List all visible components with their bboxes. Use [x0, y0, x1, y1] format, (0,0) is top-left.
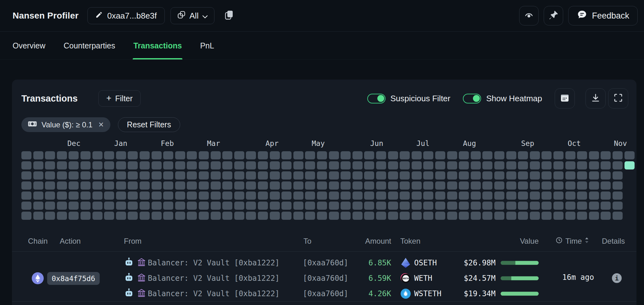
heatmap-cell[interactable] [482, 181, 492, 190]
heatmap-cell[interactable] [364, 202, 374, 210]
heatmap-cell[interactable] [317, 151, 327, 159]
heatmap-cell[interactable] [211, 171, 221, 180]
heatmap-cell[interactable] [317, 171, 327, 180]
heatmap-cell[interactable] [447, 212, 457, 220]
heatmap-cell[interactable] [45, 202, 55, 210]
heatmap-cell[interactable] [258, 191, 268, 200]
heatmap-cell[interactable] [341, 151, 351, 159]
heatmap-cell[interactable] [92, 212, 103, 220]
heatmap-cell[interactable] [341, 191, 351, 200]
heatmap-cell[interactable] [140, 191, 150, 200]
heatmap-cell[interactable] [613, 161, 623, 169]
heatmap-cell[interactable] [234, 212, 244, 220]
heatmap-cell[interactable] [364, 191, 374, 200]
heatmap-cell[interactable] [45, 161, 55, 169]
heatmap-cell[interactable] [471, 212, 481, 220]
heatmap-cell[interactable] [222, 181, 232, 190]
heatmap-cell[interactable] [33, 151, 43, 159]
heatmap-cell[interactable] [577, 202, 587, 210]
tab-pnl[interactable]: PnL [200, 32, 214, 59]
heatmap-cell[interactable] [80, 202, 91, 210]
heatmap-cell[interactable] [57, 202, 67, 210]
heatmap-cell[interactable] [69, 151, 79, 159]
from-address[interactable]: Balancer: V2 Vault [0xba1222] [148, 274, 280, 283]
heatmap-cell[interactable] [400, 151, 410, 159]
heatmap-cell[interactable] [482, 171, 492, 180]
heatmap-cell[interactable] [577, 161, 587, 169]
heatmap-cell[interactable] [388, 202, 398, 210]
heatmap-cell[interactable] [57, 212, 67, 220]
heatmap-cell[interactable] [33, 191, 43, 200]
heatmap-cell[interactable] [565, 171, 575, 180]
heatmap-cell[interactable] [459, 181, 469, 190]
heatmap-cell[interactable] [80, 171, 91, 180]
heatmap-cell[interactable] [270, 151, 280, 159]
tab-transactions[interactable]: Transactions [133, 32, 182, 59]
heatmap-cell[interactable] [577, 191, 587, 200]
heatmap-cell[interactable] [471, 191, 481, 200]
heatmap-cell[interactable] [400, 161, 410, 169]
heatmap-cell[interactable] [270, 202, 280, 210]
heatmap-cell[interactable] [69, 202, 79, 210]
heatmap-cell[interactable] [388, 171, 398, 180]
heatmap-cell[interactable] [116, 202, 126, 210]
heatmap-cell[interactable] [423, 151, 433, 159]
heatmap-cell[interactable] [423, 181, 433, 190]
heatmap-cell[interactable] [140, 171, 150, 180]
heatmap-cell[interactable] [211, 181, 221, 190]
heatmap-cell[interactable] [163, 191, 173, 200]
heatmap-cell[interactable] [518, 202, 528, 210]
heatmap-cell[interactable] [57, 161, 67, 169]
heatmap-cell[interactable] [57, 181, 67, 190]
heatmap-cell[interactable] [175, 151, 185, 159]
heatmap-cell[interactable] [353, 171, 363, 180]
token-symbol[interactable]: WSTETH [414, 289, 441, 298]
heatmap-cell[interactable] [341, 202, 351, 210]
heatmap-cell[interactable] [388, 181, 398, 190]
heatmap-cell[interactable] [341, 161, 351, 169]
heatmap-cell[interactable] [234, 191, 244, 200]
heatmap-cell[interactable] [613, 191, 623, 200]
heatmap-cell[interactable] [163, 151, 173, 159]
heatmap-cell[interactable] [506, 151, 516, 159]
heatmap-cell[interactable] [471, 181, 481, 190]
heatmap-cell[interactable] [152, 181, 162, 190]
heatmap-cell[interactable] [447, 202, 457, 210]
heatmap-cell[interactable] [211, 161, 221, 169]
heatmap-cell[interactable] [577, 151, 587, 159]
heatmap-cell[interactable] [353, 181, 363, 190]
tab-overview[interactable]: Overview [13, 32, 45, 59]
heatmap-cell[interactable] [459, 212, 469, 220]
heatmap-cell[interactable] [412, 151, 422, 159]
heatmap-cell[interactable] [553, 202, 564, 210]
heatmap-cell[interactable] [199, 191, 209, 200]
heatmap-cell[interactable] [305, 151, 315, 159]
heatmap-cell[interactable] [353, 161, 363, 169]
heatmap-cell[interactable] [140, 212, 150, 220]
heatmap-cell[interactable] [353, 202, 363, 210]
heatmap-cell[interactable] [494, 212, 504, 220]
heatmap-cell[interactable] [92, 191, 103, 200]
heatmap-cell[interactable] [116, 191, 126, 200]
heatmap-cell[interactable] [69, 212, 79, 220]
add-filter-button[interactable]: + Filter [98, 90, 141, 107]
heatmap-cell[interactable] [57, 191, 67, 200]
heatmap-cell[interactable] [412, 161, 422, 169]
heatmap-cell[interactable] [364, 151, 374, 159]
heatmap-cell[interactable] [246, 171, 256, 180]
heatmap-cell[interactable] [541, 161, 552, 169]
token-symbol[interactable]: OSETH [414, 258, 437, 267]
heatmap-cell[interactable] [400, 212, 410, 220]
heatmap-cell[interactable] [104, 212, 114, 220]
heatmap-cell[interactable] [506, 181, 516, 190]
heatmap-cell[interactable] [305, 171, 315, 180]
heatmap-cell[interactable] [589, 181, 599, 190]
heatmap-cell[interactable] [553, 181, 564, 190]
heatmap-cell[interactable] [163, 171, 173, 180]
heatmap-cell[interactable] [376, 161, 386, 169]
download-button[interactable] [586, 88, 606, 108]
heatmap-cell[interactable] [613, 212, 623, 220]
heatmap-cell[interactable] [140, 151, 150, 159]
heatmap-cell[interactable] [211, 202, 221, 210]
heatmap-cell[interactable] [246, 151, 256, 159]
